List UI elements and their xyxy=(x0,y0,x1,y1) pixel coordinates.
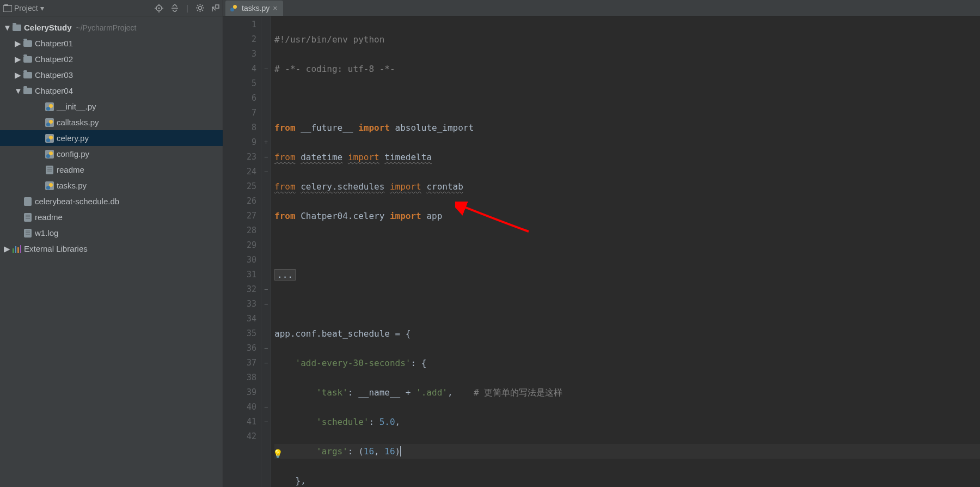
gear-icon[interactable] xyxy=(196,4,204,12)
tree-root[interactable]: ▼ CeleryStudy ~/PycharmProject xyxy=(0,20,223,35)
tree-folder[interactable]: ▶Chatper01 xyxy=(0,35,223,51)
tree-root-label: CeleryStudy xyxy=(23,23,72,32)
project-tree[interactable]: ▼ CeleryStudy ~/PycharmProject ▶Chatper0… xyxy=(0,16,223,260)
tree-file[interactable]: __init__.py xyxy=(0,99,223,114)
collapse-all-icon[interactable] xyxy=(171,4,179,12)
project-sidebar: Project ▾ | ▼ xyxy=(0,0,223,487)
tree-file[interactable]: config.py xyxy=(0,146,223,162)
close-icon[interactable]: × xyxy=(273,4,277,13)
target-icon[interactable] xyxy=(155,4,163,13)
tree-folder-open[interactable]: ▼Chatper04 xyxy=(0,83,223,99)
tab-label: tasks.py xyxy=(242,4,270,13)
hide-icon[interactable] xyxy=(212,4,219,12)
svg-point-3 xyxy=(158,7,160,9)
fold-gutter[interactable]: −+−−−−−−−− xyxy=(261,16,271,487)
tree-folder[interactable]: ▶Chatper03 xyxy=(0,67,223,83)
tree-file[interactable]: readme xyxy=(0,209,223,225)
svg-rect-0 xyxy=(3,5,12,12)
intention-bulb-icon[interactable]: 💡 xyxy=(273,447,283,461)
code-viewport[interactable]: 1234567892324252627282930313233343536373… xyxy=(223,16,980,487)
python-file-icon xyxy=(230,4,238,13)
svg-line-13 xyxy=(197,5,198,6)
tree-folder[interactable]: ▶Chatper02 xyxy=(0,51,223,67)
tree-file[interactable]: w1.log xyxy=(0,225,223,241)
line-number-gutter: 1234567892324252627282930313233343536373… xyxy=(223,16,261,487)
tree-file[interactable]: readme xyxy=(0,162,223,178)
svg-rect-17 xyxy=(216,5,219,8)
tree-file[interactable]: celerybeat-schedule.db xyxy=(0,193,223,209)
editor-tabbar: tasks.py × xyxy=(223,0,980,16)
tree-file[interactable]: tasks.py xyxy=(0,178,223,193)
tree-external-libs[interactable]: ▶External Libraries xyxy=(0,241,223,257)
code-content[interactable]: #!/usr/bin/env python # -*- coding: utf-… xyxy=(271,16,980,487)
chevron-down-icon[interactable]: ▾ xyxy=(40,4,44,13)
svg-line-14 xyxy=(202,10,203,11)
project-tool-icon[interactable] xyxy=(3,4,12,12)
svg-line-15 xyxy=(202,5,203,6)
app-root: Project ▾ | ▼ xyxy=(0,0,980,487)
editor-area: tasks.py × 12345678923242526272829303132… xyxy=(223,0,980,487)
tree-file[interactable]: calltasks.py xyxy=(0,114,223,130)
svg-rect-1 xyxy=(4,4,8,6)
tree-file-selected[interactable]: celery.py xyxy=(0,130,223,146)
tree-root-hint: ~/PycharmProject xyxy=(72,23,137,32)
svg-line-16 xyxy=(197,10,198,11)
svg-point-8 xyxy=(199,7,202,10)
sidebar-header: Project ▾ | xyxy=(0,0,223,16)
editor-tab[interactable]: tasks.py × xyxy=(225,1,283,16)
sidebar-title: Project xyxy=(14,4,38,13)
